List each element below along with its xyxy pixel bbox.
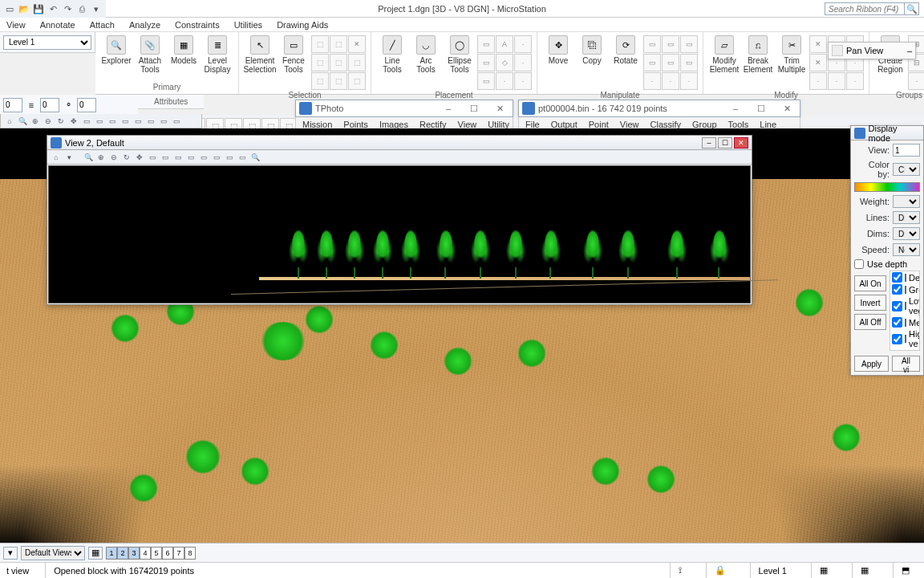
v1-icon[interactable]: ▭ — [171, 116, 182, 127]
qat-undo-icon[interactable]: ↶ — [47, 2, 59, 15]
move-button[interactable]: ✥Move — [542, 35, 574, 65]
mod-icon[interactable]: · — [828, 72, 845, 90]
maximize-icon[interactable]: ☐ — [748, 100, 774, 116]
v1-icon[interactable]: ▭ — [107, 116, 118, 127]
element-selection-button[interactable]: ↖Element Selection — [244, 35, 276, 74]
colorby-select[interactable]: Class — [893, 163, 920, 176]
status-level[interactable]: Level 1 — [750, 563, 795, 578]
viewnum-8[interactable]: 8 — [184, 547, 196, 560]
selmode-icon[interactable]: ⬚ — [311, 35, 329, 53]
linestyle-icon[interactable]: ⚬ — [61, 100, 75, 110]
place-icon[interactable]: ▭ — [477, 35, 495, 53]
manip-icon[interactable]: ▭ — [680, 35, 698, 53]
menu-analyze[interactable]: Analyze — [129, 20, 160, 30]
pan-view-drop-icon[interactable]: – — [907, 46, 912, 55]
sv-icon[interactable]: 🔍 — [83, 152, 94, 163]
sv-icon[interactable]: ▭ — [224, 152, 235, 163]
v1-icon[interactable]: ⊕ — [30, 116, 41, 127]
ptfile-menu-file[interactable]: File — [525, 120, 540, 129]
v1-icon[interactable]: ⊖ — [43, 116, 54, 127]
bottom-drop-icon[interactable]: ▾ — [3, 547, 18, 560]
selmode-icon[interactable]: ✕ — [348, 35, 366, 53]
close-icon[interactable]: ✕ — [487, 100, 513, 116]
tphoto-menu-points[interactable]: Points — [343, 120, 368, 129]
tphoto-menu-utility[interactable]: Utility — [488, 120, 509, 129]
allviews-button[interactable]: All vi — [892, 356, 920, 372]
class-check[interactable] — [892, 334, 902, 344]
lines-select[interactable]: Draw all — [893, 211, 920, 224]
viewnum-2[interactable]: 2 — [117, 547, 128, 560]
ptfile-menu-output[interactable]: Output — [551, 120, 578, 129]
v1-icon[interactable]: ↻ — [55, 116, 67, 127]
place-icon[interactable]: ▭ — [477, 54, 495, 71]
explorer-button[interactable]: 🔍Explorer — [100, 35, 132, 65]
v1-icon[interactable]: ▭ — [132, 116, 144, 127]
sv-icon[interactable]: ⊖ — [108, 152, 120, 163]
sv-icon[interactable]: ▭ — [211, 152, 222, 163]
manip-icon[interactable]: · — [643, 72, 661, 90]
qat-save-icon[interactable]: 💾 — [32, 2, 45, 15]
selmode-icon[interactable]: ⬚ — [348, 72, 366, 90]
tphoto-menu-mission[interactable]: Mission — [302, 120, 332, 129]
class-check[interactable] — [892, 317, 902, 328]
section-titlebar[interactable]: View 2, Default – ☐ ✕ — [47, 136, 752, 150]
minimize-icon[interactable]: – — [702, 137, 716, 149]
copy-button[interactable]: ⿻Copy — [576, 35, 608, 65]
mod-icon[interactable]: ✕ — [809, 35, 827, 53]
tphoto-menu-images[interactable]: Images — [379, 120, 408, 129]
viewnum-5[interactable]: 5 — [151, 547, 162, 560]
display-mode-titlebar[interactable]: Display mode — [851, 126, 923, 140]
class-check[interactable] — [892, 284, 902, 295]
v1-icon[interactable]: ▭ — [120, 116, 131, 127]
tphoto-menu-rectify[interactable]: Rectify — [419, 120, 447, 129]
class-check[interactable] — [892, 301, 902, 311]
manip-icon[interactable]: ▭ — [662, 54, 679, 71]
viewnum-4[interactable]: 4 — [140, 547, 151, 560]
status-more-icon[interactable]: ▦ — [852, 563, 877, 578]
selmode-icon[interactable]: ⬚ — [330, 54, 347, 71]
mod-icon[interactable]: · — [846, 72, 864, 90]
selmode-icon[interactable]: ⬚ — [330, 35, 347, 53]
class-list[interactable]: Default Ground Low veg Medium High ve Bu… — [890, 271, 920, 351]
ptfile-titlebar[interactable]: pt000004.bin - 16 742 019 points – ☐ ✕ — [518, 100, 800, 117]
manip-icon[interactable]: ▭ — [662, 35, 679, 53]
ribbon-search-input[interactable] — [825, 2, 905, 15]
pan-view-floating[interactable]: Pan View – — [828, 42, 916, 59]
tphoto-menu-view[interactable]: View — [458, 120, 477, 129]
qat-open-icon[interactable]: 📂 — [18, 2, 30, 15]
selmode-icon[interactable]: ⬚ — [330, 72, 347, 90]
status-end-icon[interactable]: ⬒ — [893, 563, 918, 578]
break-element-button[interactable]: ⎌Break Element — [742, 35, 774, 74]
section-canvas[interactable] — [48, 165, 751, 303]
alloff-button[interactable]: All Off — [854, 314, 886, 330]
trim-multiple-button[interactable]: ✂Trim Multiple — [776, 35, 808, 74]
place-icon[interactable]: ◇ — [496, 54, 513, 71]
qat-redo-icon[interactable]: ↷ — [61, 2, 74, 15]
view-input[interactable] — [893, 144, 920, 157]
apply-button[interactable]: Apply — [854, 356, 889, 372]
rotate-button[interactable]: ⟳Rotate — [610, 35, 642, 65]
mod-icon[interactable]: · — [809, 72, 827, 90]
sv-icon[interactable]: ⊕ — [95, 152, 107, 163]
sv-icon[interactable]: ▭ — [237, 152, 248, 163]
v1-icon[interactable]: ▭ — [94, 116, 105, 127]
viewnum-6[interactable]: 6 — [162, 547, 173, 560]
class-check[interactable] — [892, 350, 902, 351]
sv-icon[interactable]: ✥ — [134, 152, 145, 163]
menu-drawing-aids[interactable]: Drawing Aids — [277, 20, 328, 30]
line-tools-button[interactable]: ╱Line Tools — [376, 35, 408, 74]
qat-new-icon[interactable]: ▭ — [3, 2, 16, 15]
place-icon[interactable]: · — [514, 35, 532, 53]
ptfile-menu-tools[interactable]: Tools — [728, 120, 749, 129]
sv-icon[interactable]: 🔍 — [249, 152, 261, 163]
ellipse-tools-button[interactable]: ◯Ellipse Tools — [444, 35, 476, 74]
weight-select[interactable] — [893, 195, 920, 208]
speed-select[interactable]: Normal — [893, 243, 920, 256]
modify-element-button[interactable]: ▱Modify Element — [708, 35, 740, 74]
manip-icon[interactable]: ▭ — [643, 54, 661, 71]
ptfile-menu-view[interactable]: View — [620, 120, 639, 129]
search-icon[interactable]: 🔍 — [905, 2, 919, 15]
mod-icon[interactable]: ✕ — [809, 54, 827, 71]
ptfile-menu-group[interactable]: Group — [692, 120, 717, 129]
usedepth-checkbox[interactable] — [854, 259, 864, 269]
